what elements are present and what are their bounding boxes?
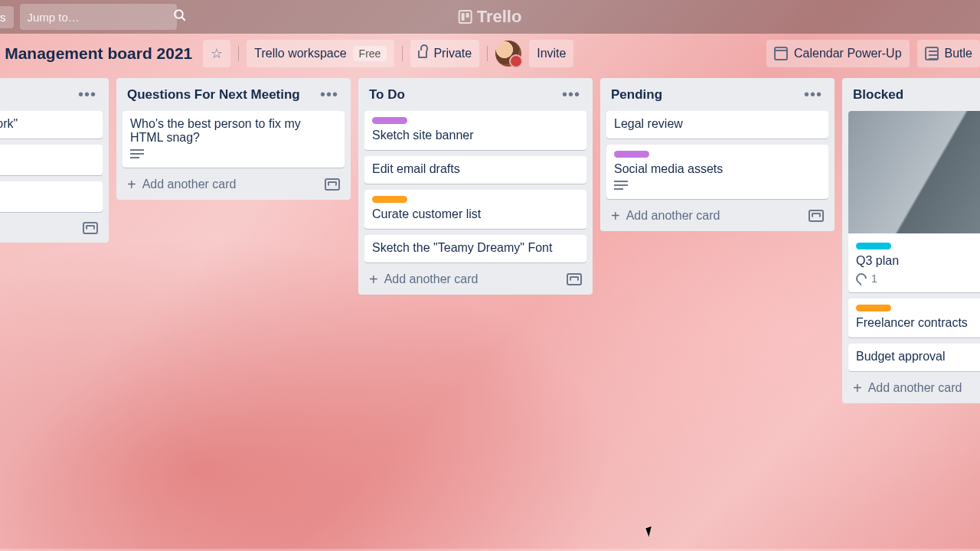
card-label-purple[interactable] — [372, 117, 407, 124]
divider — [487, 46, 488, 61]
description-icon — [130, 149, 144, 160]
card[interactable]: Sketch the "Teamy Dreamy" Font — [364, 235, 586, 262]
list: To Do ••• Sketch site banner Edit email … — [358, 78, 593, 295]
search-input[interactable] — [28, 11, 173, 24]
card-label-sky[interactable] — [856, 243, 891, 249]
mouse-cursor — [645, 525, 657, 536]
visibility-button[interactable]: Private — [410, 40, 479, 67]
star-button[interactable]: ☆ — [203, 40, 230, 67]
trello-logo-icon — [459, 10, 472, 24]
board-bar: ect Management board 2021 ☆ Trello works… — [0, 34, 980, 73]
card-title: Edit email drafts — [372, 162, 579, 176]
butler-button[interactable]: Butle — [917, 40, 980, 67]
card[interactable]: Legal review — [606, 111, 828, 139]
description-icon — [614, 181, 628, 191]
card[interactable]: Curate customer list — [364, 190, 586, 229]
card[interactable]: Who's the best person to fix my HTML sna… — [122, 111, 345, 168]
list-title[interactable]: To Do — [369, 87, 405, 103]
divider — [238, 46, 239, 61]
card-label-purple[interactable] — [614, 151, 649, 158]
attachment-icon — [854, 271, 869, 286]
card-template-button[interactable] — [567, 273, 582, 285]
card-title: Dream Work" — [0, 117, 95, 131]
svg-line-1 — [181, 17, 185, 21]
plus-icon: + — [611, 208, 620, 223]
workspace-name: Trello workspace — [254, 47, 346, 60]
calendar-powerup-button[interactable]: Calendar Power-Up — [766, 40, 910, 67]
list: ••• Dream Work" d — [0, 78, 109, 243]
board-canvas[interactable]: ••• Dream Work" d Questions For Next Mee… — [0, 73, 980, 403]
list-title[interactable]: Pending — [611, 87, 662, 103]
add-card-button[interactable]: + Add another card — [853, 380, 962, 396]
list-title[interactable]: Blocked — [853, 87, 903, 103]
card[interactable]: Dream Work" — [0, 111, 103, 139]
card[interactable]: Freelancer contracts — [848, 298, 980, 337]
card-title: Sketch the "Teamy Dreamy" Font — [372, 241, 579, 255]
list: Pending ••• Legal review Social media as… — [600, 78, 835, 231]
card-template-button[interactable] — [325, 178, 340, 191]
plus-icon: + — [853, 380, 862, 396]
card[interactable]: Edit email drafts — [364, 156, 586, 184]
card[interactable]: Sketch site banner — [364, 111, 586, 150]
add-card-button[interactable]: + Add another card — [127, 177, 236, 192]
list: Blocked ••• Q3 plan 1 Freelancer contrac… — [842, 78, 980, 403]
trello-logo[interactable]: Trello — [459, 7, 522, 27]
card-title: Who's the best person to fix my HTML sna… — [130, 117, 337, 145]
list-menu-button[interactable]: ••• — [77, 86, 98, 103]
card-label-orange[interactable] — [372, 196, 407, 203]
member-avatar[interactable] — [495, 41, 521, 67]
plus-icon: + — [127, 177, 136, 192]
card-title: Freelancer contracts — [856, 316, 980, 330]
card-title: Sketch site banner — [372, 129, 579, 142]
add-card-button[interactable]: + Add another card — [611, 208, 720, 223]
list: Questions For Next Meeting ••• Who's the… — [116, 78, 351, 200]
card-template-button[interactable] — [808, 210, 824, 222]
card[interactable]: Social media assets — [606, 145, 828, 199]
top-header: s Trello — [0, 0, 980, 34]
invite-button[interactable]: Invite — [529, 40, 573, 67]
board-title[interactable]: ect Management board 2021 — [0, 44, 195, 63]
card-title: Legal review — [614, 117, 821, 131]
card-title: Q3 plan — [856, 254, 980, 268]
card-title: Budget approval — [856, 350, 980, 364]
divider — [402, 46, 403, 61]
star-icon: ☆ — [211, 45, 223, 62]
lock-icon — [418, 51, 427, 58]
list-menu-button[interactable]: ••• — [318, 86, 340, 103]
card[interactable]: Q3 plan 1 — [848, 111, 980, 292]
search-icon — [173, 8, 187, 26]
butler-icon — [925, 47, 939, 60]
list-title[interactable]: Questions For Next Meeting — [127, 87, 300, 103]
card[interactable]: Budget approval — [848, 344, 980, 371]
card[interactable] — [0, 181, 103, 212]
list-menu-button[interactable]: ••• — [560, 86, 582, 103]
workspace-button[interactable]: Trello workspace Free — [247, 40, 394, 67]
boards-button[interactable]: s — [0, 6, 14, 28]
visibility-label: Private — [433, 47, 472, 60]
card-template-button[interactable] — [83, 222, 98, 234]
add-card-button[interactable]: + Add another card — [369, 272, 478, 287]
card-cover-image — [848, 111, 980, 233]
trello-logo-text: Trello — [477, 7, 522, 27]
card-title: Social media assets — [614, 162, 821, 176]
card[interactable] — [0, 145, 103, 175]
workspace-plan-badge: Free — [353, 46, 387, 61]
attachment-count: 1 — [871, 272, 877, 285]
svg-point-0 — [175, 10, 183, 18]
card-label-orange[interactable] — [856, 305, 891, 311]
list-menu-button[interactable]: ••• — [802, 86, 824, 103]
calendar-icon — [774, 47, 788, 60]
plus-icon: + — [369, 272, 378, 287]
search-box[interactable] — [20, 4, 177, 30]
card-title: Curate customer list — [372, 207, 579, 221]
